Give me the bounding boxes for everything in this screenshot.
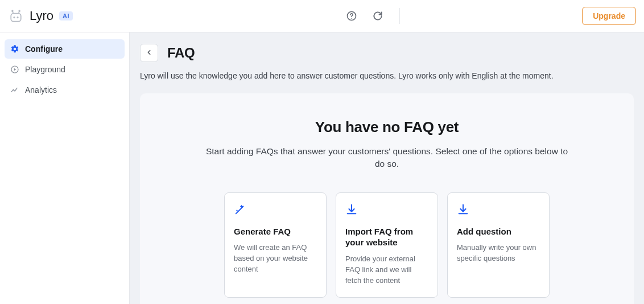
card-title: Import FAQ from your website — [345, 226, 428, 248]
page-description: Lyro will use the knowledge you add here… — [130, 70, 644, 93]
empty-state-subtext: Start adding FAQs that answer your custo… — [205, 145, 569, 171]
card-desc: Provide your external FAQ link and we wi… — [345, 254, 428, 286]
play-icon — [10, 65, 19, 74]
sidebar: Configure Playground Analytics — [0, 32, 129, 304]
svg-point-2 — [16, 17, 18, 18]
brand-name: Lyro — [30, 9, 53, 23]
download-icon — [345, 203, 358, 216]
svg-point-8 — [351, 18, 352, 18]
card-import-faq[interactable]: Import FAQ from your website Provide you… — [336, 192, 438, 298]
sidebar-item-analytics[interactable]: Analytics — [5, 80, 125, 100]
card-title: Generate FAQ — [234, 226, 317, 237]
top-bar: Lyro AI Upgrade — [0, 0, 644, 32]
help-icon[interactable] — [344, 8, 360, 24]
card-desc: Manually write your own specific questio… — [457, 243, 540, 264]
back-button[interactable] — [140, 44, 158, 62]
option-cards: Generate FAQ We will create an FAQ based… — [156, 192, 618, 298]
card-title: Add question — [457, 226, 540, 237]
card-add-question[interactable]: Add question Manually write your own spe… — [447, 192, 550, 298]
main-content: FAQ Lyro will use the knowledge you add … — [129, 32, 644, 304]
refresh-icon[interactable] — [370, 8, 386, 24]
brand-logo-icon — [8, 8, 24, 24]
ai-badge: AI — [59, 11, 73, 20]
sidebar-item-label: Configure — [25, 44, 63, 54]
topbar-center — [344, 8, 400, 24]
card-desc: We will create an FAQ based on your webs… — [234, 243, 317, 275]
sidebar-item-configure[interactable]: Configure — [5, 39, 125, 59]
topbar-right: Upgrade — [582, 7, 636, 25]
card-generate-faq[interactable]: Generate FAQ We will create an FAQ based… — [224, 192, 327, 298]
sidebar-item-label: Playground — [25, 65, 65, 74]
svg-point-1 — [13, 17, 15, 18]
wand-icon — [234, 203, 246, 216]
brand: Lyro AI — [8, 8, 73, 24]
topbar-divider — [399, 8, 400, 24]
page-title: FAQ — [167, 45, 195, 61]
analytics-icon — [10, 85, 19, 95]
sidebar-item-playground[interactable]: Playground — [5, 60, 125, 79]
sidebar-item-label: Analytics — [25, 85, 57, 95]
chevron-left-icon — [145, 48, 153, 58]
empty-state-panel: You have no FAQ yet Start adding FAQs th… — [140, 93, 634, 304]
svg-rect-0 — [11, 14, 21, 22]
download-icon — [457, 203, 469, 216]
empty-state-heading: You have no FAQ yet — [156, 118, 618, 136]
page-header: FAQ — [130, 32, 644, 70]
gear-icon — [10, 44, 19, 54]
upgrade-button[interactable]: Upgrade — [582, 7, 636, 25]
